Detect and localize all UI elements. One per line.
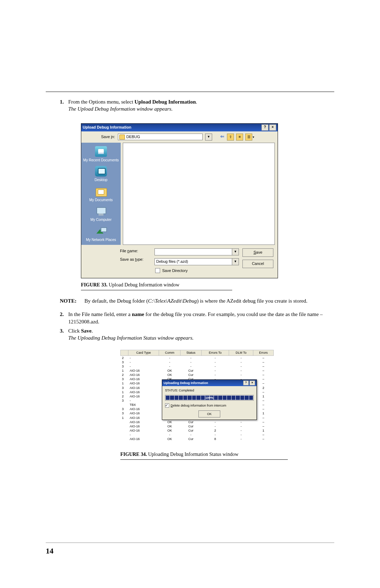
step-1: 1. From the Options menu, select Upload … — [60, 98, 334, 113]
cell: AIO-16 — [128, 411, 159, 415]
cell: - — [229, 428, 253, 433]
cell: - — [201, 424, 229, 428]
cell — [121, 424, 128, 428]
cell: Cur — [180, 373, 202, 377]
cell: 1 — [121, 390, 128, 394]
places-computer[interactable]: My Computer — [83, 206, 119, 222]
chevron-down-icon[interactable]: ▼ — [232, 248, 239, 255]
text-bold: Upload Debug Information — [134, 99, 196, 105]
cell: – — [253, 420, 274, 424]
cell: 1 — [253, 428, 274, 433]
manual-page: 1. From the Options menu, select Upload … — [0, 0, 380, 588]
cell: – — [253, 373, 274, 377]
saveas-row: Debug files (*.azd) ▼ — [154, 258, 239, 265]
chevron-down-icon[interactable]: ▼ — [205, 134, 212, 141]
cell: - — [180, 364, 202, 369]
text: elete debug information from intercom — [173, 404, 227, 407]
caption-text: Uploading Debug Information Status windo… — [147, 452, 238, 457]
close-button[interactable]: × — [249, 380, 255, 385]
cell: - — [229, 369, 253, 373]
up-one-level-icon[interactable]: ⇧ — [227, 134, 234, 141]
figure-33: Upload Debug Information ? × Save in: DE… — [81, 123, 278, 279]
column-header: Card Type — [128, 350, 159, 355]
places-network[interactable]: My Network Places — [83, 226, 119, 242]
label: Desktop — [95, 178, 108, 182]
cell: - — [128, 398, 159, 403]
cell — [121, 428, 128, 433]
cell: 2 — [121, 394, 128, 398]
cell: Cur — [180, 424, 202, 428]
step-number: 3. — [60, 327, 68, 342]
save-in-label: Save in: — [84, 134, 115, 140]
column-header — [121, 350, 128, 355]
save-button[interactable]: Save — [242, 248, 273, 257]
chevron-down-icon[interactable]: ▼ — [232, 258, 239, 265]
caption-rule — [120, 459, 288, 460]
cell: AIO-16 — [128, 416, 159, 420]
step-body: Click Save. The Uploading Debug Informat… — [68, 327, 334, 342]
table-row: 2-----– — [121, 355, 274, 360]
bottom-buttons: Save Cancel — [242, 248, 273, 273]
cell: AIO-16 — [128, 428, 159, 433]
cancel-button[interactable]: Cancel — [242, 260, 273, 268]
label: My Recent Documents — [83, 158, 119, 163]
step-body: From the Options menu, select Upload Deb… — [68, 98, 334, 113]
result-text: The Upload Debug Information window appe… — [68, 106, 173, 112]
step-number: 2. — [60, 311, 68, 325]
top-rule — [46, 92, 334, 92]
cell: - — [201, 360, 229, 364]
column-header: Status — [180, 350, 202, 355]
delete-checkbox[interactable] — [165, 403, 169, 408]
cell: Cur — [180, 428, 202, 433]
view-menu-icon[interactable]: ☰ — [245, 134, 252, 141]
places-documents[interactable]: My Documents — [83, 186, 119, 203]
text: Click — [68, 328, 81, 334]
ok-button[interactable]: OK — [198, 410, 220, 417]
filename-input[interactable] — [154, 248, 232, 255]
cell: – — [253, 360, 274, 364]
file-list[interactable] — [123, 143, 275, 245]
delete-label: Delete debug information from intercom — [171, 403, 226, 408]
close-button[interactable]: × — [269, 124, 276, 131]
save-in-value: DEBUG — [126, 134, 140, 140]
desktop-icon — [95, 166, 107, 177]
figure-label: FIGURE 34. — [120, 452, 147, 457]
saveas-input[interactable]: Debug files (*.azd) — [154, 258, 232, 265]
cell: 1 — [121, 416, 128, 420]
places-recent[interactable]: My Recent Documents — [83, 146, 119, 163]
label: My Documents — [89, 198, 113, 203]
cell: AIO-16 — [128, 373, 159, 377]
cell: AIO-16 — [128, 390, 159, 394]
cell: - — [229, 355, 253, 360]
cell: - — [201, 369, 229, 373]
column-header: Errors — [253, 350, 274, 355]
figure-33-caption: FIGURE 33. Upload Debug Information wind… — [81, 282, 334, 289]
figure-34: Card TypeCommStatusErrors ToDLM ToErrors… — [120, 350, 274, 448]
cell: OK — [159, 424, 180, 428]
help-button[interactable]: ? — [243, 380, 249, 385]
new-folder-icon[interactable]: ✳ — [236, 134, 243, 141]
back-icon[interactable]: ⇐ — [220, 134, 225, 140]
cell: - — [201, 364, 229, 369]
status-dialog: Uploading Debug Information ? × STATUS: … — [162, 379, 257, 420]
cell: AIO-16 — [128, 407, 159, 411]
save-in-dropdown[interactable]: DEBUG — [118, 134, 203, 140]
cell: - — [201, 433, 229, 437]
places-desktop[interactable]: Desktop — [83, 166, 119, 182]
cell: - — [229, 424, 253, 428]
note-body: By default, the Debug folder (C:\Telex\A… — [84, 297, 334, 304]
cell: AIO-16 — [128, 420, 159, 424]
table-row: AIO-16OKCur--– — [121, 424, 274, 428]
column-header: Errors To — [201, 350, 229, 355]
cell: AIO-16 — [128, 369, 159, 373]
documents-icon — [95, 186, 107, 197]
cell: AIO-16 — [128, 377, 159, 381]
table-row: -----– — [121, 433, 274, 437]
figure-label: FIGURE 33. — [81, 282, 107, 287]
footer-rule — [46, 543, 334, 543]
bottom-labels: File name: Save as type: — [120, 248, 151, 273]
table-row: AIO-16OKCur--– — [121, 420, 274, 424]
help-button[interactable]: ? — [261, 124, 268, 131]
content-block: 1. From the Options menu, select Upload … — [46, 98, 334, 460]
save-directory-checkbox[interactable] — [155, 268, 160, 273]
